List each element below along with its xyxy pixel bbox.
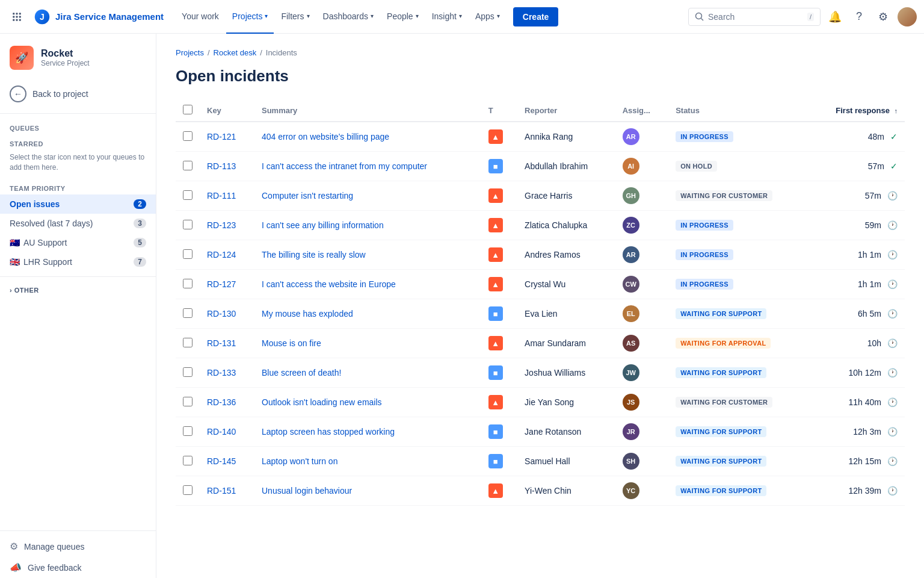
create-button[interactable]: Create [513,7,559,26]
other-section-label[interactable]: › OTHER [0,282,156,299]
issue-summary[interactable]: I can't see any billing information [262,220,384,230]
issue-key[interactable]: RD-111 [207,191,236,200]
issue-key[interactable]: RD-131 [207,338,236,348]
row-checkbox-cell[interactable] [176,211,200,240]
give-feedback-item[interactable]: 📣 Give feedback [0,557,156,578]
breadcrumb-projects[interactable]: Projects [176,48,204,57]
row-checkbox-cell[interactable] [176,329,200,358]
row-checkbox-cell[interactable] [176,152,200,181]
row-checkbox[interactable] [183,161,192,170]
issue-key[interactable]: RD-123 [207,220,236,230]
au-support-badge: 5 [134,238,146,247]
issue-summary[interactable]: My mouse has exploded [262,309,353,319]
select-all-checkbox[interactable] [183,105,192,114]
row-checkbox-cell[interactable] [176,417,200,447]
first-response-cell: 1h 1m🕐 [808,270,905,299]
first-response-value: 1h 1m🕐 [816,250,898,259]
assignee-avatar: AR [623,128,639,145]
sidebar-item-open-issues[interactable]: Open issues 2 [0,194,156,214]
help-button[interactable]: ? [849,7,869,26]
row-checkbox[interactable] [183,485,192,495]
issue-summary[interactable]: Blue screen of death! [262,368,341,378]
nav-dashboards[interactable]: Dashboards ▾ [317,0,380,34]
issue-summary[interactable]: Outlook isn't loading new emails [262,397,382,407]
app-logo[interactable]: J Jira Service Management [29,8,168,25]
row-checkbox-cell[interactable] [176,122,200,152]
row-checkbox[interactable] [183,367,192,377]
issue-summary[interactable]: 404 error on website's billing page [262,132,389,141]
issue-key[interactable]: RD-145 [207,456,236,466]
assignee-avatar: AR [623,246,639,263]
nav-your-work[interactable]: Your work [176,0,225,34]
status-cell: WAITING FOR SUPPORT [668,417,808,447]
settings-button[interactable]: ⚙ [873,7,893,26]
table-header-type[interactable]: T [481,100,517,122]
nav-people[interactable]: People ▾ [381,0,425,34]
issue-key[interactable]: RD-127 [207,279,236,289]
table-header-reporter[interactable]: Reporter [517,100,615,122]
row-checkbox[interactable] [183,308,192,318]
issue-key[interactable]: RD-133 [207,368,236,378]
row-checkbox-cell[interactable] [176,240,200,270]
notifications-button[interactable]: 🔔 [825,7,845,26]
project-info: Rocket Service Project [41,48,90,67]
search-box[interactable]: Search / [688,8,821,26]
issue-key[interactable]: RD-130 [207,309,236,319]
issue-type-icon: ■ [488,306,503,321]
assignee-avatar: AS [623,335,639,352]
sidebar-item-resolved[interactable]: Resolved (last 7 days) 3 [0,214,156,233]
issue-key[interactable]: RD-121 [207,132,236,141]
user-avatar-button[interactable] [898,7,917,26]
row-checkbox[interactable] [183,426,192,436]
manage-queues-item[interactable]: ⚙ Manage queues [0,536,156,557]
issue-summary[interactable]: I can't access the website in Europe [262,279,396,289]
issue-summary[interactable]: Computer isn't restarting [262,191,353,200]
nav-filters[interactable]: Filters ▾ [275,0,315,34]
sidebar-item-au-support[interactable]: 🇦🇺 AU Support 5 [0,233,156,252]
row-checkbox[interactable] [183,279,192,288]
status-badge: ON HOLD [676,161,717,172]
row-checkbox-cell[interactable] [176,270,200,299]
row-checkbox[interactable] [183,338,192,347]
issue-summary[interactable]: Unusual login behaviour [262,486,352,496]
row-checkbox-cell[interactable] [176,476,200,506]
row-checkbox[interactable] [183,220,192,229]
row-checkbox[interactable] [183,456,192,465]
row-checkbox[interactable] [183,190,192,200]
issue-key[interactable]: RD-124 [207,250,236,259]
row-checkbox-cell[interactable] [176,447,200,476]
row-checkbox-cell[interactable] [176,181,200,211]
first-response-value: 12h 15m🕐 [816,456,898,466]
row-checkbox-cell[interactable] [176,358,200,388]
assignee-cell: AI [615,152,668,181]
table-header-assignee[interactable]: Assig... [615,100,668,122]
issue-key[interactable]: RD-136 [207,397,236,407]
back-to-project-button[interactable]: ← Back to project [0,79,156,108]
table-header-status[interactable]: Status [668,100,808,122]
nav-insight[interactable]: Insight ▾ [426,0,468,34]
row-checkbox[interactable] [183,131,192,141]
issue-summary[interactable]: I can't access the intranet from my comp… [262,161,427,171]
table-header-first-response[interactable]: First response ↑ [808,100,905,122]
table-header-key[interactable]: Key [200,100,254,122]
grid-menu-button[interactable] [7,7,26,26]
issue-summary[interactable]: Laptop screen has stopped working [262,427,395,437]
issue-key[interactable]: RD-140 [207,427,236,437]
issue-key[interactable]: RD-113 [207,161,236,171]
nav-projects[interactable]: Projects ▾ [226,0,274,34]
issue-summary[interactable]: Laptop won't turn on [262,456,337,466]
row-checkbox-cell[interactable] [176,299,200,329]
issue-summary[interactable]: The billing site is really slow [262,250,366,259]
nav-apps[interactable]: Apps ▾ [469,0,506,34]
row-checkbox[interactable] [183,397,192,406]
row-checkbox-cell[interactable] [176,388,200,417]
queues-section-label: Queues [0,119,156,134]
issue-summary[interactable]: Mouse is on fire [262,338,321,348]
breadcrumb-rocket-desk[interactable]: Rocket desk [214,48,257,57]
table-header-summary[interactable]: Summary [254,100,481,122]
issue-key[interactable]: RD-151 [207,486,236,496]
first-response-value: 1h 1m🕐 [816,279,898,289]
table-header-checkbox[interactable] [176,100,200,122]
row-checkbox[interactable] [183,249,192,259]
sidebar-item-lhr-support[interactable]: 🇬🇧 LHR Support 7 [0,252,156,272]
